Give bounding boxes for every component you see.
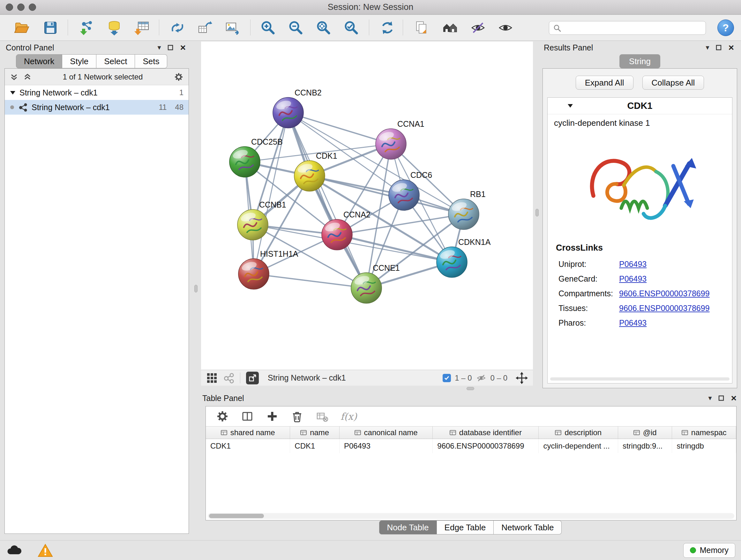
- table-settings-gear-icon[interactable]: [216, 410, 229, 423]
- right-splitter-handle[interactable]: [536, 209, 539, 216]
- memory-button[interactable]: Memory: [683, 543, 735, 558]
- crosslink-value-link[interactable]: 9606.ENSP00000378699: [619, 289, 710, 298]
- function-builder-button[interactable]: f(x): [340, 411, 357, 422]
- new-network-from-table-button[interactable]: [196, 19, 214, 37]
- crosslink-value-link[interactable]: P06493: [619, 260, 647, 269]
- tab-edge-table[interactable]: Edge Table: [437, 520, 494, 535]
- fit-content-button[interactable]: [315, 19, 333, 37]
- expand-all-button[interactable]: Expand All: [576, 76, 633, 90]
- zoom-selected-button[interactable]: [342, 19, 360, 37]
- first-neighbors-button[interactable]: [441, 19, 459, 37]
- tab-network-table[interactable]: Network Table: [494, 520, 562, 535]
- help-button[interactable]: ?: [718, 19, 734, 36]
- table-cell[interactable]: P06493: [340, 439, 433, 453]
- panel-collapse-icon[interactable]: ▾: [705, 44, 709, 51]
- table-cell[interactable]: CDK1: [290, 439, 340, 453]
- table-horizontal-scrollbar[interactable]: [208, 513, 734, 519]
- column-header-database-identifier[interactable]: database identifier: [433, 427, 539, 439]
- show-columns-icon[interactable]: [241, 410, 254, 423]
- tab-select[interactable]: Select: [96, 54, 135, 68]
- apply-layout-button[interactable]: [379, 19, 396, 37]
- network-edge[interactable]: [288, 113, 366, 288]
- column-header--id[interactable]: @id: [618, 427, 672, 439]
- tab-string[interactable]: String: [619, 54, 660, 68]
- crosslink-value-link[interactable]: 9606.ENSP00000378699: [619, 304, 710, 313]
- results-scrollbar[interactable]: [550, 377, 730, 381]
- zoom-window-button[interactable]: [29, 3, 36, 11]
- search-input[interactable]: [564, 23, 702, 33]
- column-header-shared-name[interactable]: shared name: [206, 427, 290, 439]
- network-view-canvas[interactable]: CCNB2CCNA1CDC25BCDK1CDC6RB1CCNB1CCNA2CDK…: [201, 42, 533, 370]
- delete-trash-icon[interactable]: [291, 410, 304, 423]
- tab-style[interactable]: Style: [62, 54, 96, 68]
- table-cell[interactable]: stringdb:9...: [618, 439, 672, 453]
- panel-collapse-icon[interactable]: ▾: [157, 44, 161, 51]
- warning-icon[interactable]: [38, 543, 53, 557]
- cloud-icon[interactable]: [6, 544, 23, 557]
- new-network-button[interactable]: [169, 19, 186, 37]
- scrollbar-thumb[interactable]: [209, 514, 264, 518]
- network-node[interactable]: RB1: [448, 190, 486, 230]
- panel-collapse-icon[interactable]: ▾: [708, 395, 712, 401]
- left-splitter-handle[interactable]: [194, 285, 198, 293]
- table-cell[interactable]: cyclin-dependent ...: [539, 439, 618, 453]
- show-all-button[interactable]: [496, 19, 515, 37]
- table-cell[interactable]: CDK1: [206, 439, 290, 453]
- network-edge[interactable]: [254, 274, 366, 288]
- close-window-button[interactable]: [6, 3, 13, 11]
- network-node[interactable]: CCNA1: [376, 119, 424, 159]
- open-session-button[interactable]: [13, 19, 30, 37]
- open-in-new-window-button[interactable]: [246, 372, 259, 384]
- table-cell[interactable]: stringdb: [672, 439, 736, 453]
- panel-close-icon[interactable]: ×: [728, 43, 734, 52]
- network-node[interactable]: CDK1: [294, 151, 337, 191]
- import-network-from-file-button[interactable]: [78, 19, 96, 37]
- network-graph[interactable]: CCNB2CCNA1CDC25BCDK1CDC6RB1CCNB1CCNA2CDK…: [201, 42, 533, 370]
- selected-indicator-checkbox[interactable]: [443, 374, 451, 382]
- network-node[interactable]: CCNB2: [273, 88, 322, 128]
- hide-selected-button[interactable]: [469, 19, 487, 37]
- import-table-button[interactable]: [133, 19, 151, 37]
- column-header-canonical-name[interactable]: canonical name: [340, 427, 433, 439]
- table-cell[interactable]: 9606.ENSP00000378699: [433, 439, 539, 453]
- import-network-from-database-button[interactable]: [105, 19, 123, 37]
- network-edge[interactable]: [288, 113, 391, 144]
- panel-float-icon[interactable]: [167, 44, 174, 51]
- crosslink-value-link[interactable]: P06493: [619, 274, 647, 284]
- minimize-window-button[interactable]: [17, 3, 24, 11]
- save-session-button[interactable]: [42, 19, 59, 37]
- column-header-name[interactable]: name: [290, 427, 340, 439]
- column-header-description[interactable]: description: [539, 427, 618, 439]
- zoom-out-button[interactable]: [287, 19, 305, 37]
- zoom-in-button[interactable]: [259, 19, 277, 37]
- add-column-plus-icon[interactable]: [266, 410, 279, 423]
- panel-float-icon[interactable]: [716, 44, 722, 51]
- copy-button[interactable]: [412, 19, 430, 37]
- network-collection-row[interactable]: String Network – cdk1 1: [5, 85, 189, 100]
- network-node[interactable]: CDKN1A: [436, 238, 491, 277]
- collapse-all-button[interactable]: Collapse All: [643, 76, 704, 90]
- collapse-all-icon[interactable]: [23, 73, 31, 81]
- tab-node-table[interactable]: Node Table: [379, 520, 437, 535]
- birds-eye-view-icon[interactable]: [223, 373, 234, 383]
- export-image-button[interactable]: [223, 19, 241, 37]
- gear-icon[interactable]: [174, 72, 184, 82]
- delete-column-icon[interactable]: [316, 410, 328, 423]
- tab-sets[interactable]: Sets: [135, 54, 167, 68]
- gene-card-header[interactable]: CDK1: [548, 98, 732, 114]
- expand-all-icon[interactable]: [10, 73, 18, 81]
- network-item-row[interactable]: String Network – cdk1 1148: [5, 100, 189, 115]
- tab-network[interactable]: Network: [16, 54, 62, 68]
- grid-view-icon[interactable]: [206, 372, 218, 384]
- column-header-namespac[interactable]: namespac: [672, 427, 736, 439]
- network-node[interactable]: HIST1H1A: [239, 249, 298, 289]
- network-node[interactable]: CCNB1: [238, 200, 286, 240]
- panel-close-icon[interactable]: ×: [731, 393, 737, 403]
- bottom-splitter-handle[interactable]: [467, 387, 474, 390]
- table-row[interactable]: CDK1CDK1P064939606.ENSP00000378699cyclin…: [206, 439, 736, 453]
- network-edge[interactable]: [310, 176, 464, 214]
- panel-float-icon[interactable]: [718, 395, 724, 401]
- panel-close-icon[interactable]: ×: [180, 43, 186, 52]
- crosslink-value-link[interactable]: P06493: [619, 318, 647, 327]
- tree-expander-icon[interactable]: [10, 90, 16, 95]
